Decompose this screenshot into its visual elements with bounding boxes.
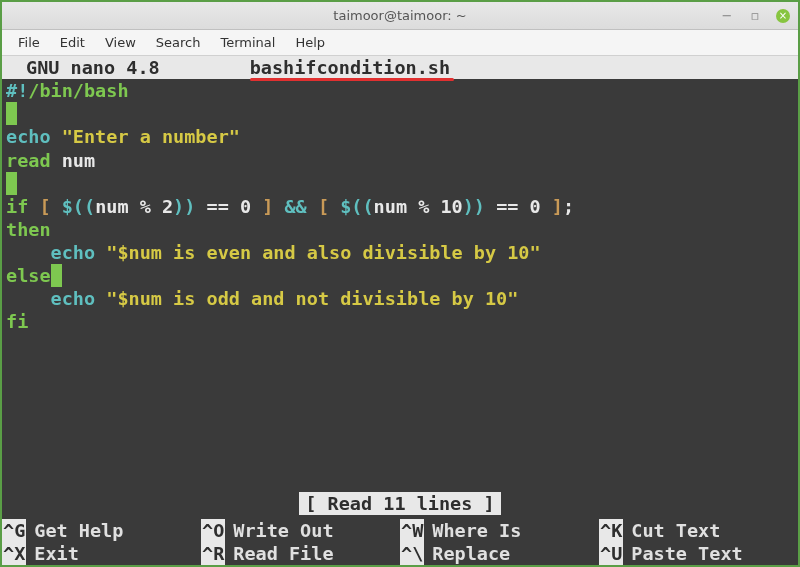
shortcut-key: ^X: [2, 542, 26, 565]
maximize-button[interactable]: ▫: [748, 9, 762, 23]
window-title: taimoor@taimoor: ~: [333, 8, 466, 23]
expr-open: $((: [340, 196, 373, 217]
menu-search[interactable]: Search: [146, 31, 211, 54]
menu-view[interactable]: View: [95, 31, 146, 54]
expr-open: $((: [62, 196, 95, 217]
shortcut-key: ^K: [599, 519, 623, 542]
shortcut-where-is[interactable]: ^WWhere Is: [400, 519, 599, 542]
code-line-3: echo "Enter a number": [6, 125, 794, 148]
window-titlebar: taimoor@taimoor: ~ − ▫ ×: [2, 2, 798, 30]
kw-else: else: [6, 265, 51, 286]
shortcut-cut-text[interactable]: ^KCut Text: [599, 519, 798, 542]
nano-filename: bashifcondition.sh: [250, 56, 450, 79]
shortcut-label: Cut Text: [631, 519, 720, 542]
shortcut-exit[interactable]: ^XExit: [2, 542, 201, 565]
kw-fi: fi: [6, 311, 28, 332]
kw-then: then: [6, 219, 51, 240]
window-controls: − ▫ ×: [720, 9, 790, 23]
code-line-10: echo "$num is odd and not divisible by 1…: [6, 287, 794, 310]
editor-content[interactable]: #!/bin/bash echo "Enter a number" read n…: [2, 79, 798, 333]
bracket: [: [28, 196, 61, 217]
terminal-window: taimoor@taimoor: ~ − ▫ × File Edit View …: [2, 2, 798, 565]
bracket: ]: [552, 196, 563, 217]
bracket: ]: [262, 196, 273, 217]
nano-name: GNU nano 4.8: [26, 56, 160, 79]
and-op: &&: [273, 196, 318, 217]
shortcut-label: Paste Text: [631, 542, 742, 565]
shortcut-key: ^U: [599, 542, 623, 565]
string-literal: "$num is even and also divisible by 10": [106, 242, 540, 263]
kw-echo: echo: [51, 242, 96, 263]
status-text: [ Read 11 lines ]: [299, 492, 500, 515]
nano-status: [ Read 11 lines ]: [2, 492, 798, 515]
shortcut-label: Replace: [432, 542, 510, 565]
shebang-prefix: #!: [6, 80, 28, 101]
code-line-7: then: [6, 218, 794, 241]
kw-read: read: [6, 150, 51, 171]
expr-body: num % 10: [374, 196, 463, 217]
shortcut-replace[interactable]: ^\Replace: [400, 542, 599, 565]
shortcut-label: Write Out: [233, 519, 333, 542]
eq-zero: == 0: [485, 196, 552, 217]
nano-shortcuts: ^GGet Help ^OWrite Out ^WWhere Is ^KCut …: [2, 519, 798, 565]
shortcut-label: Exit: [34, 542, 79, 565]
code-line-9: else: [6, 264, 794, 287]
bracket: [: [318, 196, 340, 217]
shortcut-key: ^O: [201, 519, 225, 542]
cursor: [6, 172, 17, 195]
menu-file[interactable]: File: [8, 31, 50, 54]
kw-echo: echo: [51, 288, 96, 309]
code-line-5: [6, 172, 794, 195]
filename-text: bashifcondition.sh: [250, 57, 450, 78]
shebang-path: /bin/bash: [28, 80, 128, 101]
terminal-area[interactable]: GNU nano 4.8 bashifcondition.sh #!/bin/b…: [2, 56, 798, 565]
code-line-4: read num: [6, 149, 794, 172]
filename-underline: [250, 78, 454, 81]
code-line-8: echo "$num is even and also divisible by…: [6, 241, 794, 264]
code-line-11: fi: [6, 310, 794, 333]
expr-close: )): [173, 196, 195, 217]
semicolon: ;: [563, 196, 574, 217]
shortcut-read-file[interactable]: ^RRead File: [201, 542, 400, 565]
shortcut-label: Get Help: [34, 519, 123, 542]
shortcut-key: ^\: [400, 542, 424, 565]
shortcut-get-help[interactable]: ^GGet Help: [2, 519, 201, 542]
expr-close: )): [463, 196, 485, 217]
minimize-button[interactable]: −: [720, 9, 734, 23]
menu-help[interactable]: Help: [285, 31, 335, 54]
expr-body: num % 2: [95, 196, 173, 217]
code-line-6: if [ $((num % 2)) == 0 ] && [ $((num % 1…: [6, 195, 794, 218]
code-line-1: #!/bin/bash: [6, 79, 794, 102]
shortcut-paste-text[interactable]: ^UPaste Text: [599, 542, 798, 565]
cursor: [6, 102, 17, 125]
shortcut-label: Read File: [233, 542, 333, 565]
string-literal: "$num is odd and not divisible by 10": [106, 288, 518, 309]
shortcut-label: Where Is: [432, 519, 521, 542]
nano-header: GNU nano 4.8 bashifcondition.sh: [2, 56, 798, 79]
eq-zero: == 0: [195, 196, 262, 217]
menubar: File Edit View Search Terminal Help: [2, 30, 798, 56]
shortcut-key: ^W: [400, 519, 424, 542]
menu-terminal[interactable]: Terminal: [210, 31, 285, 54]
code-line-2: [6, 102, 794, 125]
shortcut-key: ^G: [2, 519, 26, 542]
var-num: num: [62, 150, 95, 171]
shortcut-key: ^R: [201, 542, 225, 565]
string-literal: "Enter a number": [62, 126, 240, 147]
shortcut-write-out[interactable]: ^OWrite Out: [201, 519, 400, 542]
cursor: [51, 264, 62, 287]
kw-if: if: [6, 196, 28, 217]
shortcut-row-1: ^GGet Help ^OWrite Out ^WWhere Is ^KCut …: [2, 519, 798, 542]
kw-echo: echo: [6, 126, 51, 147]
close-button[interactable]: ×: [776, 9, 790, 23]
menu-edit[interactable]: Edit: [50, 31, 95, 54]
shortcut-row-2: ^XExit ^RRead File ^\Replace ^UPaste Tex…: [2, 542, 798, 565]
